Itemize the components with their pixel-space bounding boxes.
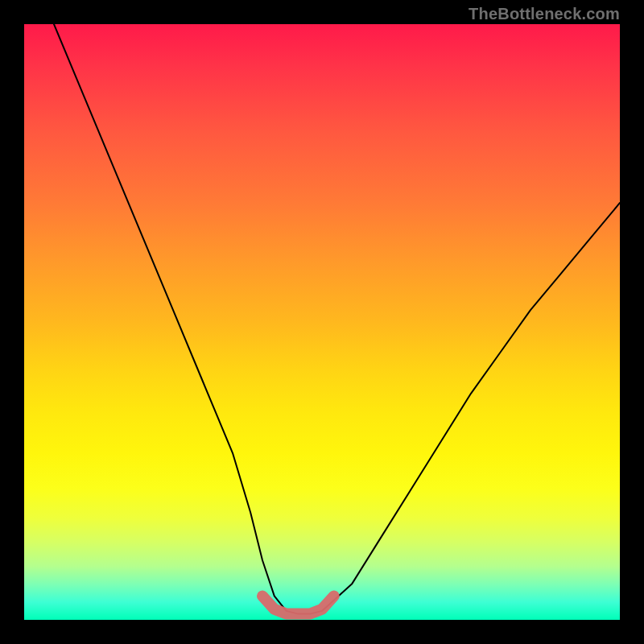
watermark-text: TheBottleneck.com <box>469 5 620 23</box>
highlight-band <box>262 596 334 613</box>
curve-line <box>54 24 620 614</box>
chart-svg <box>24 24 620 620</box>
chart-canvas <box>24 24 620 620</box>
